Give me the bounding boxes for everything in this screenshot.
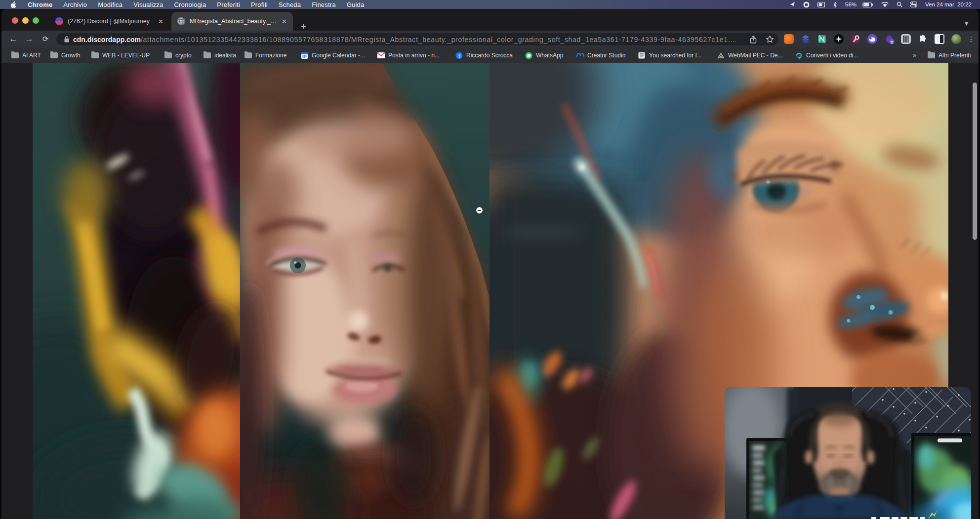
svg-text:31: 31 [303,55,307,58]
svg-text:5: 5 [891,40,893,44]
